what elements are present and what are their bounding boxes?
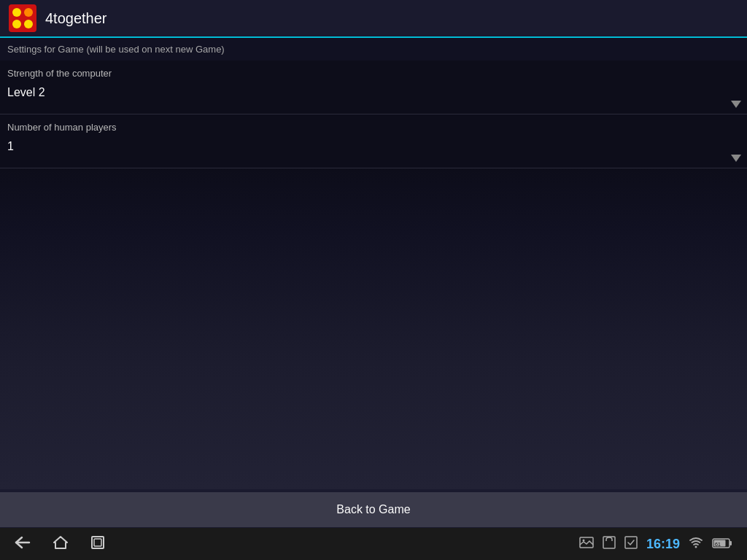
svg-text:61: 61 [715, 542, 721, 547]
content-area [0, 168, 747, 489]
computer-strength-label: Strength of the computer [0, 61, 747, 82]
human-players-group: Number of human players 1 [0, 114, 747, 168]
human-players-value: 1 [7, 140, 14, 152]
svg-point-10 [582, 540, 584, 542]
svg-rect-12 [625, 537, 637, 548]
shop1-icon [603, 536, 616, 552]
gallery-icon [579, 537, 594, 551]
human-players-label: Number of human players [0, 114, 747, 136]
nav-left [15, 535, 105, 553]
svg-point-13 [695, 546, 697, 548]
svg-marker-6 [54, 537, 67, 548]
svg-rect-15 [729, 541, 732, 545]
settings-subtitle: Settings for Game (will be used on next … [0, 38, 747, 61]
time-display: 16:19 [646, 537, 680, 552]
svg-rect-0 [9, 4, 36, 32]
wifi-icon [689, 537, 703, 551]
settings-container: Settings for Game (will be used on next … [0, 38, 747, 168]
svg-point-1 [12, 8, 21, 17]
svg-point-2 [24, 8, 33, 17]
back-nav-icon[interactable] [15, 536, 31, 553]
human-players-dropdown[interactable]: 1 [0, 136, 747, 168]
svg-rect-11 [603, 537, 615, 548]
nav-right: 16:19 61 [579, 536, 732, 552]
app-icon [9, 4, 36, 32]
app-title: 4together [45, 10, 107, 27]
back-to-game-button[interactable]: Back to Game [0, 492, 747, 527]
shop2-icon [624, 536, 638, 552]
computer-strength-value: Level 2 [7, 86, 45, 98]
battery-display: 61 [712, 537, 732, 551]
title-bar: 4together [0, 0, 747, 38]
computer-strength-dropdown[interactable]: Level 2 [0, 82, 747, 114]
home-nav-icon[interactable] [53, 535, 69, 553]
svg-point-4 [24, 20, 33, 28]
nav-bar: 16:19 61 [0, 528, 747, 560]
computer-strength-group: Strength of the computer Level 2 [0, 61, 747, 114]
computer-strength-arrow-icon [731, 101, 741, 108]
recents-nav-icon[interactable] [90, 535, 105, 553]
svg-point-3 [12, 20, 21, 28]
svg-rect-8 [94, 539, 101, 546]
human-players-arrow-icon [731, 155, 741, 162]
